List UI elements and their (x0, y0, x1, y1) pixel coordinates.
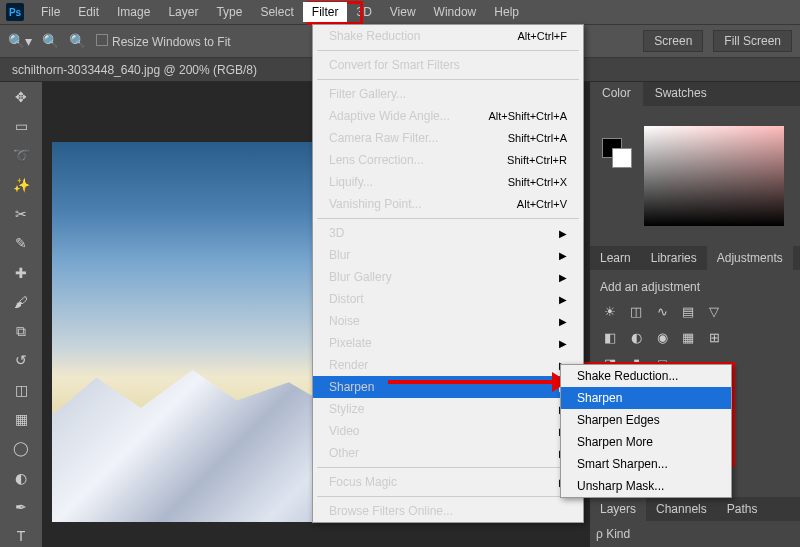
add-adjustment-label: Add an adjustment (600, 280, 790, 294)
sharpen-item-sharpen-edges[interactable]: Sharpen Edges (561, 409, 731, 431)
photo-filter-icon[interactable]: ◉ (652, 328, 672, 346)
menu-type[interactable]: Type (207, 2, 251, 22)
sharpen-item-smart-sharpen-[interactable]: Smart Sharpen... (561, 453, 731, 475)
tab-layers[interactable]: Layers (590, 497, 646, 521)
lookup-icon[interactable]: ⊞ (704, 328, 724, 346)
dodge-tool-icon[interactable]: ◐ (9, 467, 33, 488)
lasso-tool-icon[interactable]: ➰ (9, 145, 33, 166)
screen-button[interactable]: Screen (643, 30, 703, 52)
filter-item-blur[interactable]: Blur▶ (313, 244, 583, 266)
history-brush-icon[interactable]: ↺ (9, 350, 33, 371)
menu-layer[interactable]: Layer (159, 2, 207, 22)
tab-color[interactable]: Color (590, 82, 643, 106)
filter-item-liquify-[interactable]: Liquify...Shift+Ctrl+X (313, 171, 583, 193)
menu-window[interactable]: Window (425, 2, 486, 22)
filter-item-pixelate[interactable]: Pixelate▶ (313, 332, 583, 354)
zoom-tool-icon[interactable]: 🔍▾ (8, 33, 32, 49)
pen-tool-icon[interactable]: ✒ (9, 496, 33, 517)
sharpen-item-shake-reduction-[interactable]: Shake Reduction... (561, 365, 731, 387)
photoshop-logo-icon: Ps (6, 3, 24, 21)
filter-item-noise[interactable]: Noise▶ (313, 310, 583, 332)
zoom-in-icon[interactable]: 🔍 (42, 33, 59, 49)
filter-item-blur-gallery[interactable]: Blur Gallery▶ (313, 266, 583, 288)
menu-filter[interactable]: Filter (303, 2, 348, 22)
filter-item-other[interactable]: Other▶ (313, 442, 583, 464)
layers-panel: ρ Kind (590, 521, 800, 547)
brightness-icon[interactable]: ☀ (600, 302, 620, 320)
zoom-out-icon[interactable]: 🔍 (69, 33, 86, 49)
fill-screen-button[interactable]: Fill Screen (713, 30, 792, 52)
vibrance-icon[interactable]: ▽ (704, 302, 724, 320)
tab-channels[interactable]: Channels (646, 497, 717, 521)
blur-tool-icon[interactable]: ◯ (9, 438, 33, 459)
brush-tool-icon[interactable]: 🖌 (9, 291, 33, 312)
filter-item-camera-raw-filter-[interactable]: Camera Raw Filter...Shift+Ctrl+A (313, 127, 583, 149)
resize-windows-checkbox[interactable]: Resize Windows to Fit (96, 34, 231, 49)
menu-file[interactable]: File (32, 2, 69, 22)
document-tab[interactable]: schilthorn-3033448_640.jpg @ 200% (RGB/8… (12, 63, 257, 77)
filter-item-render[interactable]: Render▶ (313, 354, 583, 376)
move-tool-icon[interactable]: ✥ (9, 86, 33, 107)
filter-item-adaptive-wide-angle-[interactable]: Adaptive Wide Angle...Alt+Shift+Ctrl+A (313, 105, 583, 127)
hue-icon[interactable]: ◧ (600, 328, 620, 346)
filter-item-lens-correction-[interactable]: Lens Correction...Shift+Ctrl+R (313, 149, 583, 171)
bw-icon[interactable]: ◐ (626, 328, 646, 346)
tab-libraries[interactable]: Libraries (641, 246, 707, 270)
exposure-icon[interactable]: ▤ (678, 302, 698, 320)
healing-tool-icon[interactable]: ✚ (9, 262, 33, 283)
sharpen-submenu: Shake Reduction...SharpenSharpen EdgesSh… (560, 364, 732, 498)
channel-mixer-icon[interactable]: ▦ (678, 328, 698, 346)
filter-item-browse-filters-online-[interactable]: Browse Filters Online... (313, 500, 583, 522)
filter-menu-dropdown: Shake ReductionAlt+Ctrl+FConvert for Sma… (312, 24, 584, 523)
stamp-tool-icon[interactable]: ⧉ (9, 321, 33, 342)
sharpen-item-sharpen[interactable]: Sharpen (561, 387, 731, 409)
menu-view[interactable]: View (381, 2, 425, 22)
annotation-arrow (388, 380, 556, 384)
tab-swatches[interactable]: Swatches (643, 82, 719, 106)
menu-help[interactable]: Help (485, 2, 528, 22)
menu-bar: Ps FileEditImageLayerTypeSelectFilter3DV… (0, 0, 800, 24)
tab-adjustments[interactable]: Adjustments (707, 246, 793, 270)
magic-wand-tool-icon[interactable]: ✨ (9, 174, 33, 195)
menu-image[interactable]: Image (108, 2, 159, 22)
menu-select[interactable]: Select (251, 2, 302, 22)
menu-edit[interactable]: Edit (69, 2, 108, 22)
levels-icon[interactable]: ◫ (626, 302, 646, 320)
filter-item-video[interactable]: Video▶ (313, 420, 583, 442)
filter-item-filter-gallery-[interactable]: Filter Gallery... (313, 83, 583, 105)
filter-item-convert-for-smart-filters[interactable]: Convert for Smart Filters (313, 54, 583, 76)
background-color-swatch[interactable] (612, 148, 632, 168)
tab-paths[interactable]: Paths (717, 497, 768, 521)
filter-item-distort[interactable]: Distort▶ (313, 288, 583, 310)
tools-panel: ✥ ▭ ➰ ✨ ✂ ✎ ✚ 🖌 ⧉ ↺ ◫ ▦ ◯ ◐ ✒ T (0, 82, 42, 547)
filter-item-shake-reduction[interactable]: Shake ReductionAlt+Ctrl+F (313, 25, 583, 47)
curves-icon[interactable]: ∿ (652, 302, 672, 320)
crop-tool-icon[interactable]: ✂ (9, 203, 33, 224)
eyedropper-tool-icon[interactable]: ✎ (9, 233, 33, 254)
layer-filter-kind[interactable]: Kind (606, 527, 630, 541)
gradient-tool-icon[interactable]: ▦ (9, 408, 33, 429)
filter-item-3d[interactable]: 3D▶ (313, 222, 583, 244)
tab-learn[interactable]: Learn (590, 246, 641, 270)
filter-item-focus-magic[interactable]: Focus Magic▶ (313, 471, 583, 493)
filter-item-stylize[interactable]: Stylize▶ (313, 398, 583, 420)
marquee-tool-icon[interactable]: ▭ (9, 115, 33, 136)
sharpen-item-sharpen-more[interactable]: Sharpen More (561, 431, 731, 453)
eraser-tool-icon[interactable]: ◫ (9, 379, 33, 400)
sharpen-item-unsharp-mask-[interactable]: Unsharp Mask... (561, 475, 731, 497)
type-tool-icon[interactable]: T (9, 526, 33, 547)
filter-item-vanishing-point-[interactable]: Vanishing Point...Alt+Ctrl+V (313, 193, 583, 215)
color-panel (590, 106, 800, 246)
color-picker-gradient[interactable] (644, 126, 784, 226)
